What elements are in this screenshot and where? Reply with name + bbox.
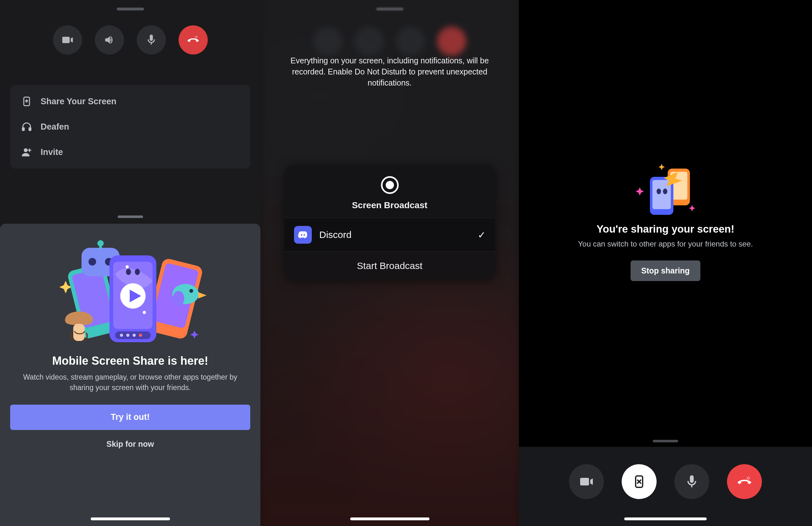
mic-icon: [684, 474, 699, 489]
svg-point-20: [126, 265, 129, 268]
sharing-status: You're sharing your screen! You can swit…: [519, 0, 812, 444]
broadcast-notice: Everything on your screen, including not…: [260, 55, 519, 88]
sharing-illustration: [632, 163, 699, 217]
sharing-desc: You can switch to other apps for your fr…: [578, 240, 753, 249]
deafen-item[interactable]: Deafen: [10, 114, 250, 139]
pane-discord-promo: Share Your Screen Deafen Invite: [0, 0, 260, 526]
promo-desc: Watch videos, stream gameplay, or browse…: [13, 372, 248, 393]
stop-screen-button[interactable]: [622, 464, 656, 499]
blurred-controls: [314, 27, 466, 56]
video-icon: [61, 34, 74, 46]
svg-point-4: [24, 148, 28, 152]
svg-point-26: [120, 334, 123, 337]
invite-label: Invite: [41, 147, 63, 157]
broadcast-app-label: Discord: [319, 229, 352, 240]
svg-rect-2: [23, 128, 25, 131]
speaker-icon: [103, 34, 116, 46]
broadcast-app-row[interactable]: Discord ✓: [285, 218, 495, 251]
headphones-icon: [21, 121, 32, 133]
options-menu: Share Your Screen Deafen Invite: [10, 85, 250, 169]
mic-button[interactable]: [675, 464, 709, 499]
end-call-button[interactable]: [727, 464, 762, 499]
svg-point-22: [126, 269, 131, 275]
broadcast-title: Screen Broadcast: [352, 200, 427, 210]
broadcast-card: Screen Broadcast Discord ✓ Start Broadca…: [285, 165, 495, 280]
broadcast-header: Screen Broadcast: [285, 165, 495, 218]
svg-point-34: [656, 189, 661, 194]
svg-point-27: [126, 334, 129, 337]
video-icon: [579, 474, 594, 489]
home-indicator-icon[interactable]: [91, 517, 170, 520]
video-button[interactable]: [53, 25, 82, 55]
try-it-out-button[interactable]: Try it out!: [10, 405, 250, 430]
mic-icon: [145, 34, 158, 46]
svg-point-35: [663, 189, 667, 194]
svg-point-29: [139, 334, 142, 337]
start-broadcast-button[interactable]: Start Broadcast: [285, 251, 495, 280]
svg-point-16: [173, 291, 184, 306]
svg-point-28: [133, 334, 136, 337]
hangup-icon: [187, 34, 200, 46]
svg-point-10: [88, 258, 96, 266]
promo-title: Mobile Screen Share is here!: [52, 354, 208, 367]
discord-app-icon: [294, 226, 312, 244]
home-indicator-icon[interactable]: [624, 517, 707, 520]
svg-rect-13: [99, 245, 102, 249]
svg-point-15: [189, 289, 193, 293]
stop-sharing-button[interactable]: Stop sharing: [630, 260, 701, 281]
deafen-label: Deafen: [41, 122, 69, 132]
pane-ios-broadcast: Everything on your screen, including not…: [260, 0, 519, 526]
check-icon: ✓: [478, 229, 485, 241]
svg-point-23: [135, 269, 140, 275]
svg-point-21: [143, 311, 146, 314]
speaker-button[interactable]: [95, 25, 124, 55]
invite-icon: [21, 146, 32, 158]
pane-sharing-active: You're sharing your screen! You can swit…: [519, 0, 812, 526]
mic-button[interactable]: [137, 25, 166, 55]
end-call-button[interactable]: [178, 25, 208, 55]
promo-sheet: Mobile Screen Share is here! Watch video…: [0, 224, 260, 526]
share-label: Share Your Screen: [41, 97, 116, 106]
call-bar: [519, 447, 812, 526]
call-controls: [0, 25, 260, 55]
drag-handle-icon[interactable]: [117, 7, 144, 11]
svg-rect-3: [29, 128, 31, 131]
stop-screen-icon: [632, 474, 647, 489]
sheet-drag-handle-icon[interactable]: [118, 215, 143, 218]
home-indicator-icon[interactable]: [350, 517, 430, 520]
sharing-title: You're sharing your screen!: [597, 223, 735, 235]
promo-illustration: [45, 236, 216, 350]
invite-item[interactable]: Invite: [10, 139, 250, 165]
video-button[interactable]: [569, 464, 604, 499]
record-icon: [381, 176, 399, 194]
skip-button[interactable]: Skip for now: [106, 439, 154, 449]
screen-share-icon: [21, 96, 32, 107]
hangup-icon: [737, 474, 752, 489]
drag-handle-icon: [376, 7, 404, 11]
sheet-drag-handle-icon[interactable]: [653, 440, 678, 442]
share-screen-item[interactable]: Share Your Screen: [10, 89, 250, 114]
